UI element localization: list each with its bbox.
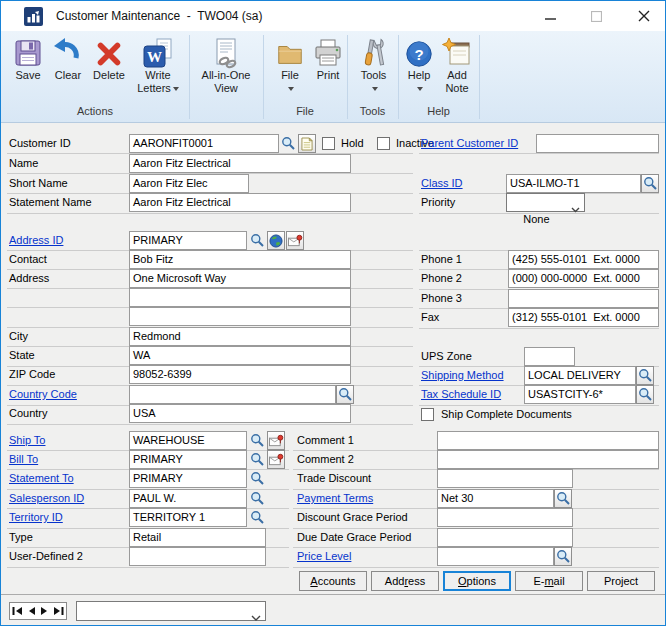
ship-to-link[interactable]: Ship To xyxy=(9,431,46,450)
address-id-field[interactable]: PRIMARY xyxy=(129,231,247,250)
country-field[interactable]: USA xyxy=(129,404,351,423)
class-id-lookup-icon[interactable] xyxy=(641,174,659,193)
email-button[interactable]: E-mail xyxy=(515,571,583,591)
close-button[interactable] xyxy=(628,1,660,31)
inactive-checkbox[interactable] xyxy=(377,137,390,150)
address-line3-field[interactable] xyxy=(129,307,351,326)
all-in-one-view-button[interactable]: All-in-One View xyxy=(191,33,261,95)
fax-field[interactable]: (312) 555-0101 Ext. 0000 xyxy=(508,308,659,327)
salesperson-id-link[interactable]: Salesperson ID xyxy=(9,489,84,508)
parent-customer-id-field[interactable] xyxy=(536,134,659,153)
save-button[interactable]: Save xyxy=(8,33,48,82)
phone2-field[interactable]: (000) 000-0000 Ext. 0000 xyxy=(508,269,659,288)
options-button[interactable]: Options xyxy=(443,571,511,591)
address-line1-field[interactable]: One Microsoft Way xyxy=(129,269,351,288)
trade-discount-label: Trade Discount xyxy=(297,469,371,488)
sort-by-dropdown[interactable]: by Customer ID xyxy=(76,601,266,621)
phone3-field[interactable] xyxy=(508,289,659,308)
comment1-field[interactable] xyxy=(437,431,659,450)
clear-button[interactable]: Clear xyxy=(48,33,88,82)
price-level-link[interactable]: Price Level xyxy=(297,547,351,566)
territory-lookup-icon[interactable] xyxy=(248,508,266,527)
country-label: Country xyxy=(9,404,48,423)
state-field[interactable]: WA xyxy=(129,346,351,365)
country-code-field[interactable] xyxy=(129,385,336,404)
discount-grace-field[interactable] xyxy=(437,508,573,527)
statement-name-field[interactable]: Aaron Fitz Electrical xyxy=(129,193,351,212)
previous-record-button[interactable] xyxy=(28,606,36,616)
ship-to-field[interactable]: WAREHOUSE xyxy=(129,431,247,450)
ship-to-letter-button[interactable] xyxy=(267,431,285,450)
shipping-method-link[interactable]: Shipping Method xyxy=(421,366,504,385)
statement-to-lookup-icon[interactable] xyxy=(248,469,266,488)
add-note-button[interactable]: Add Note xyxy=(435,33,479,95)
app-icon xyxy=(24,7,43,30)
statement-to-link[interactable]: Statement To xyxy=(9,469,74,488)
due-date-grace-field[interactable] xyxy=(437,528,573,547)
class-id-field[interactable]: USA-ILMO-T1 xyxy=(506,174,641,193)
address-line2-field[interactable] xyxy=(129,288,351,307)
customer-id-field[interactable]: AARONFIT0001 xyxy=(129,134,279,153)
territory-id-link[interactable]: Territory ID xyxy=(9,508,63,527)
accounts-button[interactable]: Accounts xyxy=(299,571,367,591)
country-code-lookup-icon[interactable] xyxy=(336,385,354,404)
shipping-method-lookup-icon[interactable] xyxy=(636,366,654,385)
due-date-grace-label: Due Date Grace Period xyxy=(297,528,411,547)
payment-terms-field[interactable]: Net 30 xyxy=(437,489,554,508)
salesperson-lookup-icon[interactable] xyxy=(248,489,266,508)
payment-terms-link[interactable]: Payment Terms xyxy=(297,489,373,508)
tools-menu-button[interactable]: Tools xyxy=(351,33,396,95)
ship-complete-checkbox[interactable] xyxy=(421,408,434,421)
statement-to-field[interactable]: PRIMARY xyxy=(129,469,247,488)
tax-schedule-lookup-icon[interactable] xyxy=(636,385,654,404)
priority-dropdown[interactable]: None xyxy=(506,193,585,212)
last-record-button[interactable] xyxy=(53,606,64,616)
first-record-button[interactable] xyxy=(12,606,23,616)
tax-schedule-link[interactable]: Tax Schedule ID xyxy=(421,385,501,404)
project-button[interactable]: Project xyxy=(587,571,655,591)
country-code-link[interactable]: Country Code xyxy=(9,385,77,404)
print-button[interactable]: Print xyxy=(306,33,350,82)
phone1-field[interactable]: (425) 555-0101 Ext. 0000 xyxy=(508,250,659,269)
type-field[interactable]: Retail xyxy=(129,528,266,547)
class-id-link[interactable]: Class ID xyxy=(421,174,463,193)
chevron-down-icon xyxy=(372,87,378,91)
hold-checkbox[interactable] xyxy=(322,137,335,150)
address-id-link[interactable]: Address ID xyxy=(9,231,63,250)
price-level-lookup-icon[interactable] xyxy=(554,547,572,566)
delete-button[interactable]: Delete xyxy=(88,33,130,82)
address-id-lookup-icon[interactable] xyxy=(248,231,266,250)
bill-to-lookup-icon[interactable] xyxy=(248,450,266,469)
address-button[interactable]: Address xyxy=(371,571,439,591)
customer-note-button[interactable] xyxy=(298,134,316,153)
city-field[interactable]: Redmond xyxy=(129,327,351,346)
salesperson-id-field[interactable]: PAUL W. xyxy=(129,489,247,508)
price-level-field[interactable] xyxy=(437,547,554,566)
shipping-method-field[interactable]: LOCAL DELIVERY xyxy=(524,366,636,385)
address-letter-button[interactable] xyxy=(286,231,304,250)
minimize-button[interactable] xyxy=(534,1,566,31)
contact-field[interactable]: Bob Fitz xyxy=(129,250,351,269)
parent-customer-id-link[interactable]: Parent Customer ID xyxy=(421,134,518,153)
payment-terms-lookup-icon[interactable] xyxy=(554,489,572,508)
map-button[interactable] xyxy=(267,231,285,250)
ups-zone-field[interactable] xyxy=(524,347,575,366)
ship-to-lookup-icon[interactable] xyxy=(248,431,266,450)
comment2-field[interactable] xyxy=(437,450,659,469)
bill-to-field[interactable]: PRIMARY xyxy=(129,450,247,469)
trade-discount-field[interactable] xyxy=(437,469,573,488)
territory-id-field[interactable]: TERRITORY 1 xyxy=(129,508,247,527)
phone3-label: Phone 3 xyxy=(421,289,462,308)
tax-schedule-field[interactable]: USASTCITY-6* xyxy=(524,385,636,404)
help-menu-button[interactable]: ? Help xyxy=(399,33,439,95)
zip-code-field[interactable]: 98052-6399 xyxy=(129,365,351,384)
customer-id-lookup-icon[interactable] xyxy=(279,134,297,153)
bill-to-letter-button[interactable] xyxy=(267,450,285,469)
bill-to-link[interactable]: Bill To xyxy=(9,450,38,469)
next-record-button[interactable] xyxy=(40,606,48,616)
maximize-button[interactable] xyxy=(580,1,612,31)
write-letters-button[interactable]: W Write Letters xyxy=(130,33,186,95)
short-name-field[interactable]: Aaron Fitz Elec xyxy=(129,174,249,193)
name-field[interactable]: Aaron Fitz Electrical xyxy=(129,154,351,173)
user-defined2-field[interactable] xyxy=(129,547,266,566)
